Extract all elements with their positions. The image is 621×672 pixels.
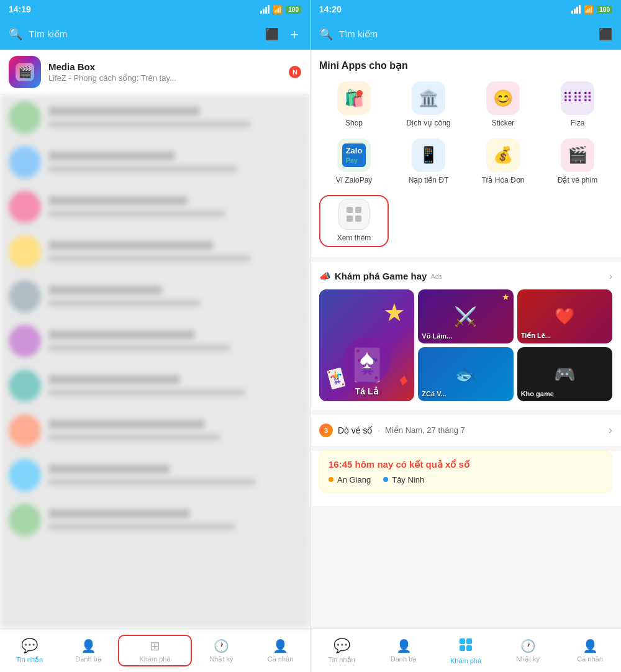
tala-bg: ★ 🃏 ♠ 🃏 ♦	[319, 289, 414, 401]
left-panel: 14:19 📶 100 🔍 Tìm kiếm ⬛ ＋ 🎬 Med	[0, 0, 310, 672]
left-nav-ca-nhan-label: Cá nhân	[268, 655, 294, 663]
signal-icon	[260, 5, 270, 14]
fiza-label: Fiza	[571, 119, 585, 129]
add-icon[interactable]: ＋	[288, 25, 301, 43]
left-nav-danh-ba[interactable]: 👤 Danh bạ	[59, 638, 118, 663]
mini-app-naptien[interactable]: 📱 Nạp tiền ĐT	[394, 138, 463, 186]
right-explore-icon	[458, 637, 473, 655]
zalopay-label: Ví ZaloPay	[336, 176, 373, 186]
mini-app-datve[interactable]: 🎬 Đặt vé phim	[543, 138, 612, 186]
svg-rect-6	[460, 638, 465, 644]
lottery-section[interactable]: 3 Dò vé số · Miền Nam, 27 tháng 7 ›	[310, 415, 621, 446]
right-nav-tin-nhan[interactable]: 💬 Tin nhắn	[310, 638, 373, 664]
wifi-icon: 📶	[273, 5, 283, 14]
xemthem-icon	[338, 199, 369, 230]
left-nav-ca-nhan[interactable]: 👤 Cá nhân	[251, 638, 310, 663]
zcav-label: ZCá V...	[422, 390, 509, 397]
xoso-result-angiang: An Giang	[329, 475, 371, 484]
right-qr-icon[interactable]: ⬛	[599, 27, 612, 41]
right-nav-kham-pha[interactable]: Khám phá	[435, 637, 497, 665]
game-sub-zcav[interactable]: 🐟 ZCá V...	[418, 347, 513, 401]
left-nav-nhat-ky[interactable]: 🕐 Nhật ký	[192, 638, 251, 663]
right-bottom-nav: 💬 Tin nhắn 👤 Danh bạ Khám phá 🕐 Nhật ký	[310, 629, 621, 672]
chat-name-mediabox: Media Box	[48, 61, 281, 72]
tayninh-label: Tây Ninh	[392, 475, 424, 484]
right-nav-kham-pha-label: Khám phá	[450, 657, 481, 665]
lottery-header: 3 Dò vé số · Miền Nam, 27 tháng 7 ›	[319, 424, 612, 437]
right-search-icon[interactable]: 🔍	[319, 27, 333, 41]
trahoadon-icon: 💰	[486, 138, 520, 172]
qr-icon[interactable]: ⬛	[265, 27, 279, 41]
xoso-section: 16:45 hôm nay có kết quả xổ số An Giang …	[319, 451, 612, 493]
volamco-label: Võ Lâm...	[422, 332, 509, 340]
right-status-icons: 📶 100	[571, 5, 612, 14]
left-nav-nhat-ky-label: Nhật ký	[209, 655, 233, 663]
right-search-placeholder[interactable]: Tìm kiếm	[339, 29, 592, 40]
mini-app-shop[interactable]: 🛍️ Shop	[319, 81, 389, 129]
game-sub-khogame[interactable]: 🎮 Kho game	[517, 347, 612, 401]
chat-badge-mediabox: N	[289, 66, 301, 78]
right-nav-ca-nhan[interactable]: 👤 Cá nhân	[559, 638, 621, 663]
mini-app-fiza[interactable]: ⠿⠿⠿ Fiza	[543, 81, 612, 129]
search-icon[interactable]: 🔍	[9, 27, 22, 41]
svg-rect-2	[347, 216, 353, 222]
right-search-bar: 🔍 Tìm kiếm ⬛	[310, 19, 621, 50]
chat-preview-mediabox: LifeZ - Phong cách sống: Trên tay...	[48, 73, 281, 83]
game-sub-tienle[interactable]: ❤️ Tiến Lê...	[517, 289, 612, 343]
right-profile-icon: 👤	[582, 638, 598, 653]
lottery-subtitle: Miền Nam, 27 tháng 7	[385, 425, 465, 435]
right-nav-nhat-ky[interactable]: 🕐 Nhật ký	[497, 638, 559, 663]
svg-rect-9	[466, 645, 472, 651]
left-nav-danh-ba-label: Danh bạ	[75, 655, 101, 663]
right-time: 14:20	[319, 4, 342, 14]
mini-app-zalopay[interactable]: ZaloPay Ví ZaloPay	[319, 138, 389, 186]
right-nav-ca-nhan-label: Cá nhân	[577, 655, 603, 663]
svg-text:♠: ♠	[360, 343, 374, 374]
naptien-icon: 📱	[412, 138, 445, 172]
lottery-chevron-icon[interactable]: ›	[609, 424, 612, 437]
mini-app-trahoadon[interactable]: 💰 Trả Hóa Đơn	[468, 138, 538, 186]
game-section-header: 📣 Khám phá Game hay Ads ›	[319, 271, 612, 282]
naptien-label: Nạp tiền ĐT	[409, 176, 449, 186]
left-search-bar: 🔍 Tìm kiếm ⬛ ＋	[0, 19, 310, 50]
left-nav-tin-nhan[interactable]: 💬 Tin nhắn	[0, 638, 59, 664]
game-section: 📣 Khám phá Game hay Ads › ★ 🃏 ♠	[310, 262, 621, 410]
dot-blue-icon	[383, 477, 388, 482]
xoso-results: An Giang Tây Ninh	[329, 475, 603, 484]
mini-app-xemthem[interactable]: Xem thêm	[319, 195, 389, 247]
left-nav-kham-pha[interactable]: ⊞ Khám phá	[118, 635, 192, 666]
game-main-tala[interactable]: ★ 🃏 ♠ 🃏 ♦ Tá Lả	[319, 289, 414, 401]
right-contacts-icon: 👤	[396, 638, 412, 653]
lottery-title-text: Dò vé số	[338, 425, 373, 435]
left-status-bar: 14:19 📶 100	[0, 0, 310, 19]
game-sub-volamco[interactable]: ⚔️ ★ Võ Lâm...	[418, 289, 513, 343]
khogame-label: Kho game	[521, 390, 609, 397]
svg-rect-8	[460, 645, 465, 651]
contacts-icon: 👤	[81, 638, 96, 653]
right-nav-danh-ba[interactable]: 👤 Danh bạ	[373, 638, 435, 663]
left-bottom-nav: 💬 Tin nhắn 👤 Danh bạ ⊞ Khám phá 🕐 Nhật k…	[0, 629, 310, 672]
game-title-text: Khám phá Game hay	[335, 271, 427, 281]
angiang-label: An Giang	[337, 475, 371, 484]
left-search-placeholder[interactable]: Tìm kiếm	[29, 29, 259, 40]
mini-apps-title: Mini Apps cho bạn	[319, 60, 612, 71]
shop-icon: 🛍️	[337, 81, 371, 115]
ads-badge: Ads	[430, 273, 442, 280]
left-search-right-icons: ⬛ ＋	[265, 25, 301, 43]
chevron-right-icon[interactable]: ›	[609, 271, 612, 282]
mini-app-dichvu[interactable]: 🏛️ Dịch vụ công	[394, 81, 463, 129]
right-wifi-icon: 📶	[584, 5, 594, 14]
media-box-icon: 🎬	[16, 63, 34, 81]
chat-item-mediabox[interactable]: 🎬 Media Box LifeZ - Phong cách sống: Trê…	[0, 50, 310, 95]
chat-bubble-icon: 💬	[21, 638, 38, 654]
media-box-avatar: 🎬	[9, 56, 41, 88]
mini-apps-section: Mini Apps cho bạn 🛍️ Shop 🏛️ Dịch vụ côn…	[310, 50, 621, 257]
left-nav-kham-pha-label: Khám phá	[139, 655, 170, 663]
lottery-number-badge: 3	[319, 424, 333, 437]
trahoadon-label: Trả Hóa Đơn	[482, 176, 525, 186]
mini-app-sticker[interactable]: 😊 Sticker	[468, 81, 538, 129]
left-status-icons: 📶 100	[260, 5, 301, 14]
right-nav-nhat-ky-label: Nhật ký	[516, 655, 540, 663]
datve-icon: 🎬	[561, 138, 594, 172]
tienle-label: Tiến Lê...	[521, 332, 609, 340]
